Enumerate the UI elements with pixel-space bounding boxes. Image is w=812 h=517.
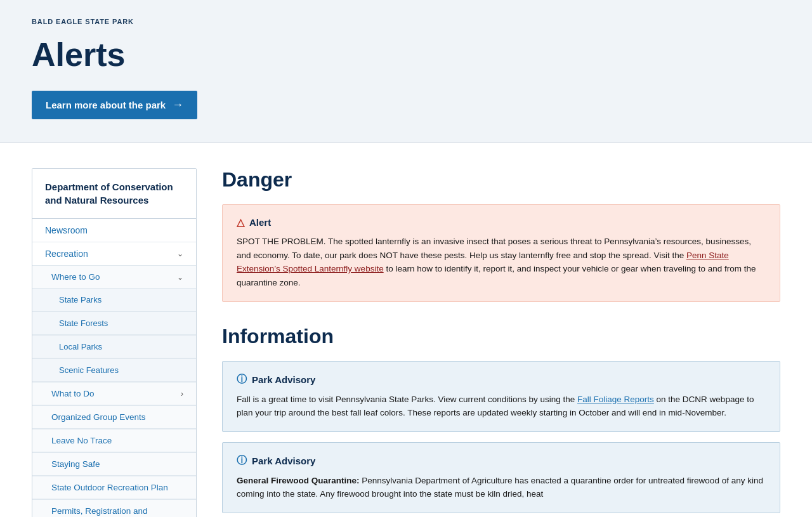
sidebar-item-staying-safe: Staying Safe [32, 452, 196, 476]
sidebar-label-state-parks: State Parks [59, 295, 102, 304]
sidebar-link-what-to-do[interactable]: What to Do › [32, 383, 196, 405]
advisory-box-2: ⓘ Park Advisory General Firewood Quarant… [222, 442, 780, 513]
alert-text-before-link: SPOT THE PROBLEM. The spotted lanternfly… [237, 237, 751, 260]
sidebar-label-staying-safe: Staying Safe [51, 459, 100, 469]
advisory-label-1: Park Advisory [252, 374, 315, 385]
info-circle-icon-2: ⓘ [237, 454, 247, 468]
info-circle-icon-1: ⓘ [237, 373, 247, 386]
advisory-box-header-1: ⓘ Park Advisory [237, 373, 766, 386]
sidebar-link-recreation[interactable]: Recreation ⌄ [32, 242, 196, 265]
alert-box: △ Alert SPOT THE PROBLEM. The spotted la… [222, 204, 780, 301]
sidebar-link-state-outdoor-recreation-plan[interactable]: State Outdoor Recreation Plan [32, 476, 196, 499]
information-heading: Information [222, 325, 780, 348]
sidebar-item-state-parks: State Parks [32, 288, 196, 311]
sidebar-item-state-outdoor-recreation-plan: State Outdoor Recreation Plan [32, 476, 196, 499]
alert-box-header: △ Alert [237, 216, 766, 228]
sidebar-label-newsroom: Newsroom [45, 225, 88, 235]
sidebar: Department of Conservation and Natural R… [32, 168, 197, 517]
sidebar-label-where-to-go: Where to Go [51, 272, 100, 282]
advisory-box-header-2: ⓘ Park Advisory [237, 454, 766, 468]
sidebar-label-state-forests: State Forests [59, 318, 108, 328]
advisory-box-1: ⓘ Park Advisory Fall is a great time to … [222, 361, 780, 432]
sidebar-link-state-forests[interactable]: State Forests [32, 312, 196, 334]
sidebar-label-recreation: Recreation [45, 249, 88, 259]
sidebar-label-what-to-do: What to Do [51, 389, 95, 398]
alert-label: Alert [249, 217, 271, 228]
sidebar-item-what-to-do: What to Do › [32, 382, 196, 405]
sidebar-label-local-parks: Local Parks [59, 342, 102, 351]
advisory-label-2: Park Advisory [252, 455, 315, 466]
learn-more-button[interactable]: Learn more about the park → [32, 91, 197, 119]
sidebar-link-state-parks[interactable]: State Parks [32, 289, 196, 311]
sidebar-item-where-to-go: Where to Go ⌄ State Parks [32, 265, 196, 382]
breadcrumb: BALD EAGLE STATE PARK [32, 18, 780, 25]
main-layout: Department of Conservation and Natural R… [0, 143, 812, 517]
sidebar-item-permits-registration: Permits, Registration and [32, 499, 196, 517]
sidebar-title: Department of Conservation and Natural R… [32, 169, 196, 219]
advisory-box-body-1: Fall is a great time to visit Pennsylvan… [237, 393, 766, 420]
sidebar-link-organized-group-events[interactable]: Organized Group Events [32, 406, 196, 428]
sidebar-label-organized-group-events: Organized Group Events [51, 412, 146, 422]
warning-triangle-icon: △ [237, 216, 244, 228]
sidebar-label-permits-registration: Permits, Registration and [51, 506, 148, 516]
chevron-down-icon: ⌄ [177, 249, 183, 258]
advisory2-bold-text: General Firewood Quarantine: [237, 476, 360, 485]
danger-heading: Danger [222, 168, 780, 192]
sidebar-item-organized-group-events: Organized Group Events [32, 405, 196, 429]
sidebar-item-leave-no-trace: Leave No Trace [32, 429, 196, 452]
sidebar-item-state-forests: State Forests [32, 311, 196, 335]
sidebar-subsubnav-where-to-go: State Parks State Forests Local Park [32, 288, 196, 381]
sidebar-nav: Newsroom Recreation ⌄ Where to Go ⌄ [32, 219, 196, 517]
advisory1-link[interactable]: Fall Foliage Reports [577, 395, 654, 404]
alert-box-body: SPOT THE PROBLEM. The spotted lanternfly… [237, 235, 766, 289]
header-section: BALD EAGLE STATE PARK Alerts Learn more … [0, 0, 812, 143]
sidebar-label-scenic-features: Scenic Features [59, 365, 119, 375]
content-area: Danger △ Alert SPOT THE PROBLEM. The spo… [222, 168, 780, 517]
sidebar-link-scenic-features[interactable]: Scenic Features [32, 359, 196, 381]
sidebar-item-newsroom: Newsroom [32, 219, 196, 242]
page-title: Alerts [32, 37, 780, 73]
sidebar-item-local-parks: Local Parks [32, 335, 196, 358]
sidebar-label-state-outdoor-recreation-plan: State Outdoor Recreation Plan [51, 483, 168, 492]
arrow-icon: → [172, 98, 183, 112]
sidebar-link-local-parks[interactable]: Local Parks [32, 336, 196, 358]
chevron-right-icon-what: › [181, 389, 183, 398]
sidebar-link-leave-no-trace[interactable]: Leave No Trace [32, 429, 196, 452]
chevron-down-icon-where: ⌄ [177, 273, 183, 282]
sidebar-link-where-to-go[interactable]: Where to Go ⌄ [32, 266, 196, 288]
sidebar-link-permits-registration[interactable]: Permits, Registration and [32, 500, 196, 517]
sidebar-link-newsroom[interactable]: Newsroom [32, 219, 196, 242]
advisory1-text-before-link: Fall is a great time to visit Pennsylvan… [237, 395, 577, 404]
learn-more-label: Learn more about the park [46, 100, 166, 110]
sidebar-item-recreation: Recreation ⌄ Where to Go ⌄ [32, 242, 196, 517]
sidebar-label-leave-no-trace: Leave No Trace [51, 436, 112, 445]
sidebar-item-scenic-features: Scenic Features [32, 358, 196, 381]
sidebar-link-staying-safe[interactable]: Staying Safe [32, 453, 196, 475]
advisory-box-body-2: General Firewood Quarantine: Pennsylvani… [237, 474, 766, 501]
sidebar-subnav-recreation: Where to Go ⌄ State Parks [32, 265, 196, 517]
